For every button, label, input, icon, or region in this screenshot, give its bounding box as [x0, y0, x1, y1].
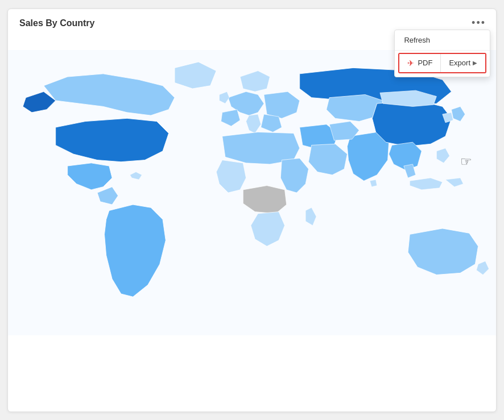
- pdf-label: PDF: [418, 59, 432, 67]
- svg-text:☞: ☞: [460, 154, 472, 169]
- export-row: ✈ PDF Export ▶: [398, 53, 486, 73]
- sales-by-country-card: ••• Refresh ✈ PDF Export ▶ Sales By Coun…: [7, 9, 497, 412]
- map-wrapper: ☞: [8, 50, 496, 335]
- dropdown-menu: Refresh ✈ PDF Export ▶: [394, 30, 490, 77]
- more-button[interactable]: •••: [467, 15, 490, 31]
- refresh-menu-item[interactable]: Refresh: [395, 30, 490, 51]
- card-title: Sales By Country: [19, 18, 94, 28]
- world-map[interactable]: ☞: [8, 50, 496, 335]
- export-button[interactable]: Export ▶: [441, 54, 485, 72]
- pdf-menu-item[interactable]: ✈ PDF: [399, 54, 441, 72]
- pdf-icon: ✈: [407, 59, 414, 68]
- export-label: Export: [449, 59, 470, 67]
- export-arrow-icon: ▶: [473, 60, 477, 66]
